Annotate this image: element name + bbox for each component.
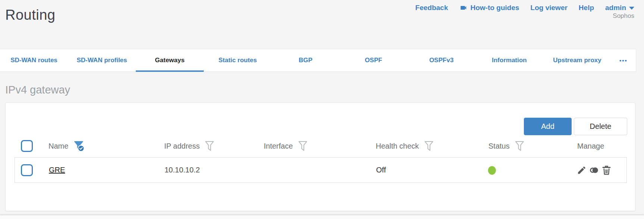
feedback-link[interactable]: Feedback	[415, 4, 448, 12]
admin-label: admin	[605, 4, 626, 12]
section-heading: IPv4 gateway	[5, 84, 70, 96]
column-interface: Interface	[264, 139, 307, 153]
tab-more-button[interactable]: •••	[611, 49, 636, 72]
tab-ospfv3[interactable]: OSPFv3	[407, 49, 475, 72]
tab-sd-wan-routes[interactable]: SD-WAN routes	[0, 49, 68, 72]
help-link[interactable]: Help	[579, 4, 594, 12]
column-manage: Manage	[577, 139, 604, 153]
feedback-label: Feedback	[415, 4, 448, 12]
tab-ospf[interactable]: OSPF	[340, 49, 407, 72]
log-viewer-link[interactable]: Log viewer	[531, 4, 568, 12]
filter-funnel-icon[interactable]	[298, 141, 307, 152]
filter-active-funnel-check-icon[interactable]	[74, 140, 85, 152]
column-interface-label: Interface	[264, 139, 293, 153]
filter-funnel-icon[interactable]	[424, 141, 434, 152]
filter-funnel-icon[interactable]	[205, 141, 214, 152]
caret-down-icon	[629, 7, 634, 10]
video-camera-icon	[459, 4, 468, 12]
delete-row-button[interactable]	[602, 165, 611, 175]
row-checkbox[interactable]	[21, 164, 33, 176]
admin-menu[interactable]: admin	[605, 4, 634, 12]
status-green-dot-icon	[488, 166, 496, 175]
active-tab-underline	[136, 70, 204, 72]
column-manage-label: Manage	[577, 139, 604, 153]
howto-guides-label: How-to guides	[471, 4, 519, 12]
column-status: Status	[488, 139, 524, 153]
tab-upstream-proxy[interactable]: Upstream proxy	[543, 49, 611, 72]
delete-button[interactable]: Delete	[574, 118, 627, 135]
table-row: GRE 10.10.10.2 Off	[15, 157, 627, 183]
column-name-label: Name	[49, 139, 68, 153]
tab-information[interactable]: Information	[475, 49, 543, 72]
tab-gateways-label: Gateways	[155, 57, 184, 64]
column-name: Name	[49, 139, 85, 153]
page-title: Routing	[5, 7, 55, 23]
clone-icon	[589, 165, 599, 175]
column-ip-address: IP address	[164, 139, 214, 153]
gateway-ip-value: 10.10.10.2	[165, 158, 200, 182]
pencil-icon	[577, 165, 587, 175]
page-bottom-edge	[0, 215, 644, 219]
column-health-check: Health check	[376, 139, 434, 153]
howto-guides-link[interactable]: How-to guides	[459, 4, 519, 12]
routing-page: Routing Feedback How-to guides Log viewe…	[0, 0, 644, 219]
health-check-value: Off	[376, 158, 386, 182]
help-label: Help	[579, 4, 594, 12]
tab-bgp[interactable]: BGP	[272, 49, 340, 72]
tab-gateways[interactable]: Gateways	[136, 49, 204, 72]
select-all-checkbox[interactable]	[21, 140, 33, 152]
top-nav: Feedback How-to guides Log viewer Help a…	[415, 4, 634, 12]
manage-actions	[577, 165, 611, 175]
table-header: Name IP address Interface Health check	[6, 139, 635, 153]
column-status-label: Status	[488, 139, 510, 153]
column-health-check-label: Health check	[376, 139, 419, 153]
gateway-name-link[interactable]: GRE	[49, 158, 65, 182]
tab-static-routes[interactable]: Static routes	[204, 49, 272, 72]
tab-bar: SD-WAN routes SD-WAN profiles Gateways S…	[0, 49, 636, 72]
filter-funnel-icon[interactable]	[515, 141, 524, 152]
brand-label: Sophos	[613, 12, 634, 20]
edit-button[interactable]	[577, 165, 587, 175]
column-ip-address-label: IP address	[164, 139, 200, 153]
log-viewer-label: Log viewer	[531, 4, 568, 12]
clone-button[interactable]	[589, 165, 599, 175]
ipv4-gateway-panel: Add Delete Name IP address Interface	[5, 102, 635, 211]
trash-icon	[602, 165, 611, 175]
add-button[interactable]: Add	[524, 118, 572, 135]
tab-sd-wan-profiles[interactable]: SD-WAN profiles	[68, 49, 136, 72]
